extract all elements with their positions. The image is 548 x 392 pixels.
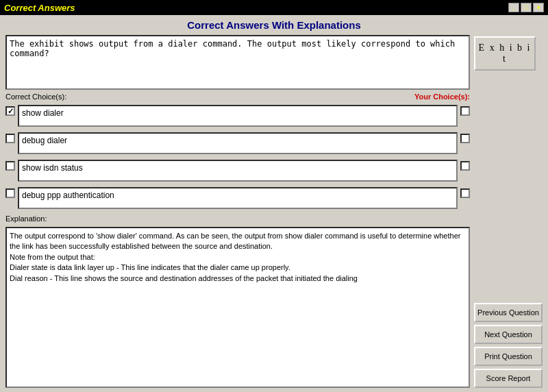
your-choices-label: Your Choice(s): [414,93,470,101]
explanation-label: Explanation: [5,215,470,223]
choice-row-2: debug dialer [5,132,470,154]
correct-checkbox-3[interactable] [5,161,15,171]
correct-choices-label: Correct Choice(s): [5,93,66,101]
print-question-button[interactable]: Print Question [474,347,543,366]
your-checkbox-3[interactable] [460,161,470,171]
title-bar-label: Correct Answers [4,3,75,13]
explanation-text: The output correspond to 'show dialer' c… [5,227,470,388]
correct-checkbox-4[interactable] [5,188,15,198]
score-report-button[interactable]: Score Report [474,369,543,388]
correct-checkbox-1[interactable] [5,106,15,116]
choice-text-4: debug ppp authentication [18,187,458,209]
maximize-button[interactable]: □ [521,3,532,12]
choice-text-2: debug dialer [18,132,458,154]
choice-row-1: show dialer [5,105,470,127]
exhibit-button[interactable]: E x h i b i t [474,36,536,71]
page-title: Correct Answers With Explanations [5,19,543,31]
close-button[interactable]: × [533,3,544,12]
right-bottom-buttons: Previous Question Next Question Print Qu… [474,303,543,388]
left-panel: Correct Choice(s): Your Choice(s): show … [5,35,470,388]
question-text[interactable] [5,35,470,90]
choice-row-4: debug ppp authentication [5,187,470,209]
window-controls[interactable]: _ □ × [508,3,544,12]
choice-text-1: show dialer [18,105,458,127]
your-checkbox-1[interactable] [460,106,470,116]
choice-text-3: show isdn status [18,160,458,182]
main-content: Correct Answers With Explanations Correc… [0,15,548,392]
next-question-button[interactable]: Next Question [474,325,543,344]
right-panel: E x h i b i t Previous Question Next Que… [474,35,543,388]
previous-question-button[interactable]: Previous Question [474,303,543,322]
choice-row-3: show isdn status [5,160,470,182]
your-checkbox-4[interactable] [460,188,470,198]
correct-checkbox-2[interactable] [5,134,15,143]
title-bar: Correct Answers _ □ × [0,0,548,15]
your-checkbox-2[interactable] [460,134,470,143]
choices-header: Correct Choice(s): Your Choice(s): [5,93,470,101]
minimize-button[interactable]: _ [508,3,519,12]
content-area: Correct Choice(s): Your Choice(s): show … [5,35,543,388]
